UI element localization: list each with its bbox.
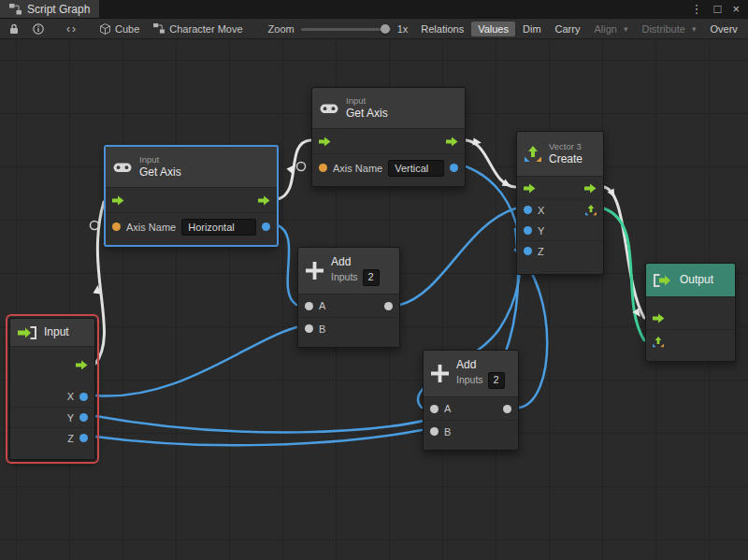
gamepad-icon — [320, 102, 338, 115]
sum-output-port[interactable] — [503, 405, 511, 413]
node-graph-input[interactable]: Input X Y Z — [9, 318, 95, 460]
control-input-port[interactable] — [524, 183, 536, 194]
plus-icon — [431, 365, 449, 382]
node-title: Create — [549, 152, 583, 166]
node-title: Get Axis — [346, 107, 388, 121]
node-title: Get Axis — [139, 165, 181, 179]
y-input-port[interactable] — [524, 226, 532, 235]
a-input-port[interactable] — [305, 302, 313, 310]
y-label: Y — [538, 225, 544, 237]
control-output-port[interactable] — [446, 136, 458, 147]
vector3-input-port[interactable] — [653, 337, 664, 348]
wire-getaxis-vertical-to-create — [466, 140, 515, 187]
zoom-slider-handle[interactable] — [381, 24, 390, 34]
node-title: Add — [456, 358, 505, 372]
node-header[interactable]: Input Get Axis — [312, 88, 465, 129]
a-label: A — [444, 403, 451, 414]
values-button[interactable]: Values — [471, 22, 515, 36]
control-output-port[interactable] — [584, 183, 597, 194]
axis-name-port[interactable] — [112, 223, 121, 231]
unconnected-port-ring[interactable] — [297, 163, 306, 171]
z-output-port[interactable] — [79, 434, 88, 442]
lock-button[interactable] — [6, 22, 22, 36]
graph-output-icon — [654, 274, 672, 287]
tab-script-graph[interactable]: Script Graph — [0, 0, 99, 18]
node-header[interactable]: Add Inputs 2 — [298, 248, 399, 294]
control-input-port[interactable] — [653, 313, 665, 323]
x-label: X — [538, 205, 544, 216]
breadcrumb-label: Character Move — [169, 23, 242, 35]
node-graph-output[interactable]: Output — [645, 263, 736, 362]
unconnected-port-ring[interactable] — [91, 222, 99, 230]
axis-name-field[interactable]: Vertical — [388, 160, 444, 177]
control-input-port[interactable] — [319, 136, 331, 147]
menu-icon[interactable]: ⋮ — [691, 3, 703, 15]
node-add-2[interactable]: Add Inputs 2 A B — [423, 350, 519, 451]
inputs-label: Inputs — [331, 271, 358, 283]
z-label: Z — [67, 433, 74, 444]
flow-arrow — [93, 284, 101, 294]
script-machine-icon — [153, 23, 165, 34]
code-view-button[interactable]: ‹› — [61, 22, 83, 36]
inputs-count-field[interactable]: 2 — [488, 372, 505, 389]
graph-toolbar: ‹› Cube Character Move Zoom 1x Relations… — [0, 19, 748, 39]
vector3-icon — [525, 146, 541, 163]
result-port[interactable] — [450, 164, 458, 172]
node-header[interactable]: Input — [10, 319, 94, 347]
lock-icon — [9, 23, 19, 35]
x-input-port[interactable] — [524, 206, 532, 214]
z-label: Z — [538, 246, 544, 257]
vector3-result-port[interactable] — [585, 205, 597, 216]
y-label: Y — [67, 412, 74, 424]
dim-button[interactable]: Dim — [516, 22, 548, 36]
close-icon[interactable]: × — [732, 3, 740, 15]
carry-button[interactable]: Carry — [549, 22, 587, 36]
graph-input-icon — [18, 326, 36, 339]
node-header[interactable]: Add Inputs 2 — [424, 351, 518, 397]
maximize-icon[interactable]: □ — [714, 3, 722, 15]
result-port[interactable] — [262, 223, 270, 231]
align-button[interactable]: Align ▾ — [587, 22, 634, 36]
x-label: X — [67, 391, 74, 402]
chevron-down-icon: ▾ — [624, 24, 628, 34]
axis-name-field[interactable]: Horizontal — [181, 219, 256, 236]
axis-name-port[interactable] — [319, 164, 327, 172]
node-title: Input — [44, 325, 69, 339]
b-label: B — [319, 323, 325, 335]
b-input-port[interactable] — [430, 427, 439, 436]
info-button[interactable] — [29, 22, 48, 36]
control-input-port[interactable] — [112, 195, 124, 206]
inputs-count-field[interactable]: 2 — [363, 269, 380, 286]
distribute-button[interactable]: Distribute ▾ — [635, 22, 702, 36]
gamepad-icon — [113, 161, 132, 174]
zoom-slider[interactable] — [301, 23, 391, 35]
node-vector3-create[interactable]: Vector 3 Create X Y Z — [516, 131, 604, 275]
breadcrumb-label: Cube — [115, 23, 139, 35]
node-get-axis-vertical[interactable]: Input Get Axis Axis Name Vertical — [311, 87, 466, 187]
node-header[interactable]: Output — [646, 264, 735, 297]
node-header[interactable]: Input Get Axis — [106, 147, 277, 188]
align-label: Align — [594, 23, 616, 35]
control-output-port[interactable] — [258, 195, 270, 206]
z-input-port[interactable] — [524, 247, 532, 255]
sum-output-port[interactable] — [384, 302, 393, 310]
zoom-slider-track[interactable] — [301, 28, 391, 31]
control-output-port[interactable] — [76, 360, 88, 370]
a-input-port[interactable] — [430, 405, 439, 413]
x-output-port[interactable] — [79, 393, 88, 401]
plus-icon — [306, 262, 324, 280]
flow-arrow — [608, 189, 618, 200]
node-add-1[interactable]: Add Inputs 2 A B — [297, 247, 400, 348]
b-input-port[interactable] — [305, 324, 313, 333]
relations-button[interactable]: Relations — [414, 22, 470, 36]
node-get-axis-horizontal[interactable]: Input Get Axis Axis Name Horizontal — [105, 146, 278, 246]
script-graph-icon — [9, 4, 22, 15]
breadcrumb-cube[interactable]: Cube — [96, 22, 143, 36]
flow-arrow — [632, 308, 643, 319]
overview-button[interactable]: Overv — [703, 22, 743, 36]
node-category: Vector 3 — [549, 141, 583, 152]
node-header[interactable]: Vector 3 Create — [517, 132, 603, 177]
y-output-port[interactable] — [79, 413, 88, 422]
breadcrumb-character-move[interactable]: Character Move — [150, 22, 246, 36]
graph-canvas[interactable]: Input Get Axis Axis Name Vertical — [0, 39, 748, 560]
